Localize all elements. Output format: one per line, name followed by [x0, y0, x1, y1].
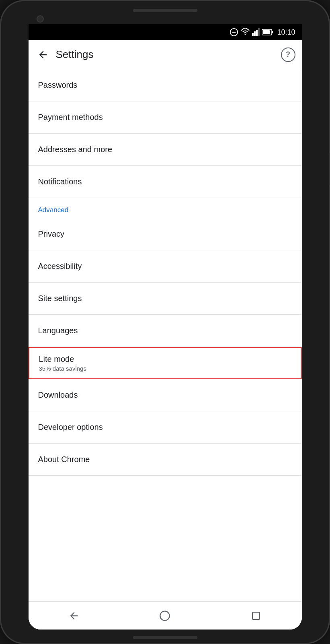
- svg-rect-11: [252, 612, 260, 619]
- settings-item-title: Languages: [38, 326, 292, 335]
- screen: Settings ? PasswordsPayment methodsAddre…: [29, 40, 302, 630]
- svg-point-2: [245, 34, 246, 35]
- back-button[interactable]: [35, 47, 51, 63]
- settings-item-about-chrome[interactable]: About Chrome: [29, 444, 302, 476]
- settings-item-lite-mode[interactable]: Lite mode35% data savings: [29, 347, 302, 379]
- battery-icon: [262, 29, 273, 36]
- settings-item-passwords[interactable]: Passwords: [29, 69, 302, 101]
- settings-item-notifications[interactable]: Notifications: [29, 166, 302, 198]
- settings-item-title: Notifications: [38, 177, 292, 186]
- settings-item-downloads[interactable]: Downloads: [29, 379, 302, 411]
- svg-rect-4: [254, 31, 256, 36]
- status-time: 10:10: [277, 28, 295, 37]
- status-icons: 10:10: [230, 28, 295, 37]
- speaker-top: [133, 9, 197, 12]
- settings-item-title: Downloads: [38, 390, 292, 400]
- settings-item-title: Accessibility: [38, 262, 292, 271]
- settings-item-title: Passwords: [38, 80, 292, 90]
- app-bar: Settings ?: [29, 40, 302, 69]
- svg-rect-6: [258, 28, 260, 36]
- nav-back-button[interactable]: [64, 606, 84, 626]
- settings-item-title: Addresses and more: [38, 145, 292, 154]
- svg-rect-5: [256, 30, 258, 36]
- svg-point-10: [160, 611, 170, 620]
- help-icon: ?: [286, 50, 290, 59]
- settings-item-title: Lite mode: [39, 355, 291, 364]
- settings-item-title: Privacy: [38, 229, 292, 239]
- settings-item-subtitle: 35% data savings: [39, 365, 291, 372]
- settings-item-payment-methods[interactable]: Payment methods: [29, 101, 302, 134]
- svg-rect-8: [272, 31, 273, 33]
- camera-dot: [37, 15, 44, 23]
- settings-list: PasswordsPayment methodsAddresses and mo…: [29, 69, 302, 601]
- settings-item-languages[interactable]: Languages: [29, 315, 302, 347]
- phone-frame: 10:10 Settings ? PasswordsPayment method…: [0, 0, 330, 644]
- help-button[interactable]: ?: [281, 47, 295, 62]
- signal-icon: [252, 28, 260, 37]
- settings-item-title: Site settings: [38, 294, 292, 303]
- settings-item-developer-options[interactable]: Developer options: [29, 411, 302, 444]
- wifi-icon: [240, 28, 250, 37]
- nav-bar: [29, 601, 302, 630]
- svg-rect-3: [252, 33, 254, 36]
- settings-item-privacy[interactable]: Privacy: [29, 218, 302, 250]
- recent-icon: [251, 611, 261, 621]
- page-title: Settings: [56, 48, 281, 61]
- camera-area: [29, 15, 302, 23]
- home-icon: [159, 610, 170, 621]
- settings-item-title: About Chrome: [38, 455, 292, 464]
- settings-item-title: Payment methods: [38, 113, 292, 122]
- svg-rect-9: [263, 30, 270, 34]
- settings-item-site-settings[interactable]: Site settings: [29, 283, 302, 315]
- nav-home-button[interactable]: [155, 606, 175, 626]
- settings-item-accessibility[interactable]: Accessibility: [29, 250, 302, 283]
- section-header-advanced: Advanced: [29, 198, 302, 218]
- settings-item-addresses-and-more[interactable]: Addresses and more: [29, 134, 302, 166]
- dnd-icon: [230, 28, 238, 37]
- settings-item-title: Developer options: [38, 423, 292, 432]
- nav-recent-button[interactable]: [246, 606, 266, 626]
- status-bar: 10:10: [29, 24, 302, 40]
- speaker-bottom: [133, 636, 197, 639]
